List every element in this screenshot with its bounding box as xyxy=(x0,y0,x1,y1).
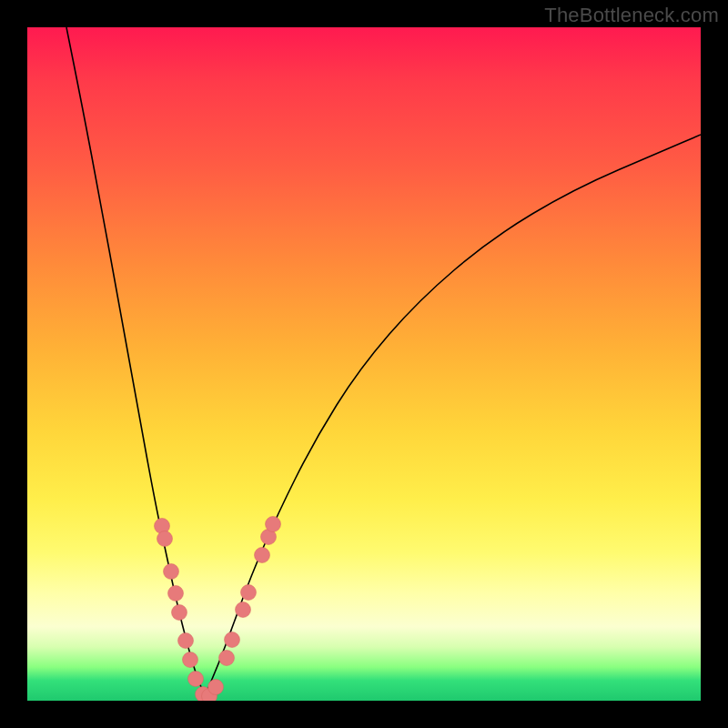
plot-area xyxy=(27,27,701,701)
data-marker xyxy=(255,548,270,563)
data-marker xyxy=(183,652,198,668)
data-marker xyxy=(266,517,281,532)
data-marker xyxy=(241,585,257,601)
data-marker xyxy=(178,633,194,649)
right-curve xyxy=(205,135,701,696)
chart-frame: TheBottleneck.com xyxy=(0,0,728,728)
data-marker xyxy=(168,586,184,602)
data-marker xyxy=(208,680,224,695)
data-marker xyxy=(225,632,240,648)
data-marker xyxy=(219,651,235,666)
data-marker xyxy=(188,672,204,687)
watermark-text: TheBottleneck.com xyxy=(544,4,719,27)
data-markers xyxy=(155,517,281,702)
left-curve xyxy=(66,27,205,696)
data-marker xyxy=(157,531,173,547)
data-marker xyxy=(164,564,179,580)
data-marker xyxy=(236,602,251,618)
data-marker xyxy=(172,605,187,621)
curves-layer xyxy=(27,27,701,701)
